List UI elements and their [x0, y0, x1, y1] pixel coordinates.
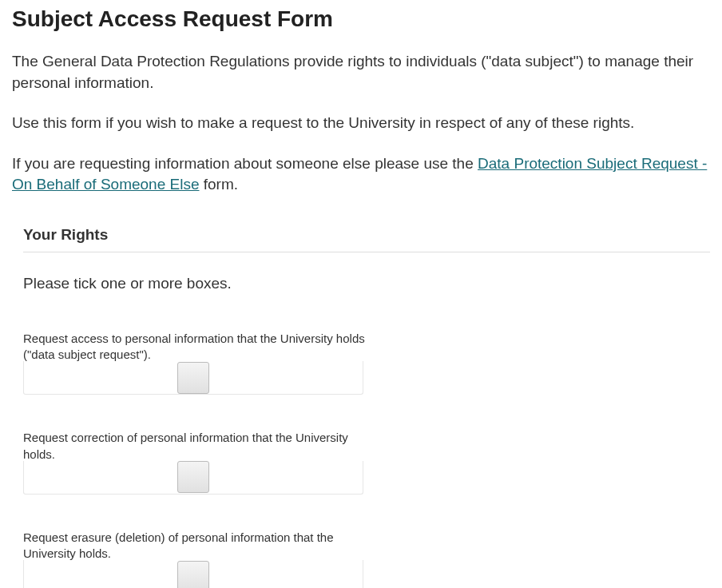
- field-input-row: [23, 560, 363, 588]
- checkbox-request-correction[interactable]: [177, 461, 209, 493]
- field-request-access: Request access to personal information t…: [23, 331, 375, 395]
- intro-p3-prefix: If you are requesting information about …: [12, 155, 478, 172]
- section-title: Your Rights: [23, 226, 710, 252]
- intro-paragraph-1: The General Data Protection Regulations …: [12, 51, 710, 93]
- field-label: Request erasure (deletion) of personal i…: [23, 530, 375, 562]
- field-label: Request correction of personal informati…: [23, 430, 375, 463]
- intro-p3-suffix: form.: [199, 176, 238, 193]
- field-input-row: [23, 461, 363, 495]
- field-label: Request access to personal information t…: [23, 331, 375, 364]
- checkbox-request-erasure[interactable]: [177, 561, 209, 588]
- intro-paragraph-2: Use this form if you wish to make a requ…: [12, 113, 710, 134]
- field-request-erasure: Request erasure (deletion) of personal i…: [23, 530, 375, 588]
- page-title: Subject Access Request Form: [12, 6, 710, 32]
- section-description: Please tick one or more boxes.: [23, 275, 710, 292]
- checkbox-request-access[interactable]: [177, 362, 209, 394]
- field-input-row: [23, 361, 363, 395]
- intro-paragraph-3: If you are requesting information about …: [12, 153, 710, 196]
- your-rights-section: Your Rights Please tick one or more boxe…: [12, 226, 710, 588]
- field-request-correction: Request correction of personal informati…: [23, 430, 375, 495]
